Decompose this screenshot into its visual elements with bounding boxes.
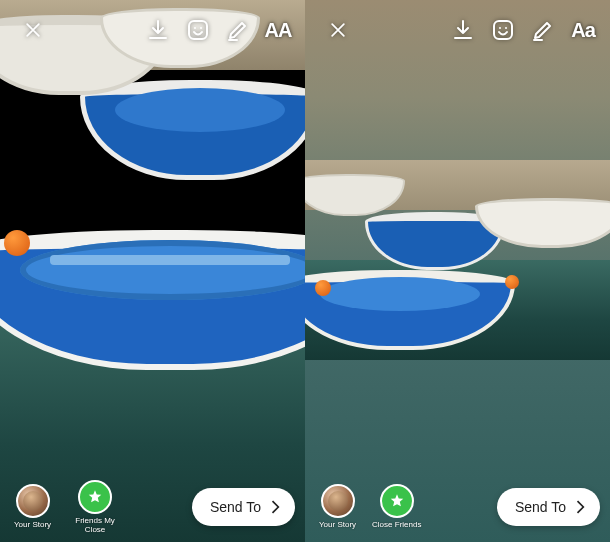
share-bar: Your Story Friends My Close Send To [0, 480, 305, 534]
text-button[interactable]: Aa [566, 13, 600, 47]
story-photo[interactable] [305, 160, 610, 360]
sticker-icon [186, 18, 210, 42]
download-icon [146, 18, 170, 42]
download-icon [451, 18, 475, 42]
sticker-icon [491, 18, 515, 42]
chevron-right-icon [265, 497, 285, 517]
close-icon [328, 20, 348, 40]
story-editor-fit: Aa Your Story Close Friends Send To [305, 0, 610, 542]
star-icon [87, 489, 103, 505]
close-friends-label: Friends My Close [67, 517, 123, 535]
your-story-button[interactable]: Your Story [14, 484, 51, 530]
share-bar: Your Story Close Friends Send To [305, 480, 610, 534]
send-to-label: Send To [210, 499, 261, 515]
story-photo[interactable] [0, 0, 305, 542]
draw-icon [531, 18, 555, 42]
svg-rect-3 [494, 21, 512, 39]
save-button[interactable] [446, 13, 480, 47]
avatar [16, 484, 50, 518]
draw-button[interactable] [221, 13, 255, 47]
avatar [321, 484, 355, 518]
svg-rect-0 [189, 21, 207, 39]
chevron-right-icon [570, 497, 590, 517]
close-friends-button[interactable]: Friends My Close [67, 480, 123, 535]
text-icon-label: AA [265, 19, 292, 42]
svg-point-2 [200, 27, 202, 29]
story-editor-full: AA Your Story Friends My Close Send To [0, 0, 305, 542]
close-button[interactable] [321, 13, 355, 47]
draw-button[interactable] [526, 13, 560, 47]
your-story-button[interactable]: Your Story [319, 484, 356, 530]
svg-point-1 [194, 27, 196, 29]
draw-icon [226, 18, 250, 42]
send-to-button[interactable]: Send To [497, 488, 600, 526]
close-button[interactable] [16, 13, 50, 47]
close-friends-label: Close Friends [372, 521, 421, 530]
save-button[interactable] [141, 13, 175, 47]
your-story-label: Your Story [319, 521, 356, 530]
sticker-button[interactable] [181, 13, 215, 47]
text-icon-label: Aa [571, 19, 595, 42]
send-to-label: Send To [515, 499, 566, 515]
svg-point-4 [499, 27, 501, 29]
svg-point-5 [505, 27, 507, 29]
close-friends-badge [78, 480, 112, 514]
your-story-label: Your Story [14, 521, 51, 530]
text-button[interactable]: AA [261, 13, 295, 47]
star-icon [389, 493, 405, 509]
editor-toolbar: AA [0, 10, 305, 50]
send-to-button[interactable]: Send To [192, 488, 295, 526]
close-friends-button[interactable]: Close Friends [372, 484, 421, 530]
sticker-button[interactable] [486, 13, 520, 47]
close-icon [23, 20, 43, 40]
editor-toolbar: Aa [305, 10, 610, 50]
close-friends-badge [380, 484, 414, 518]
